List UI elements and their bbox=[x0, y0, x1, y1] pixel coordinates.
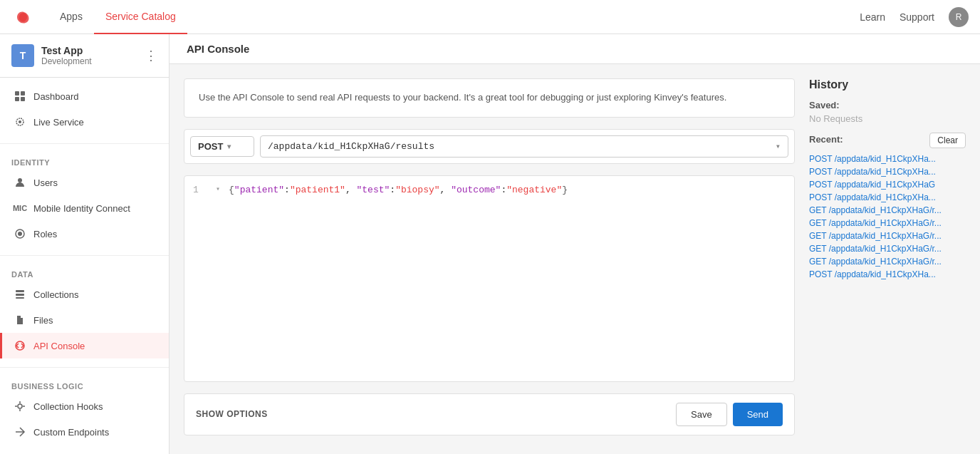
svg-point-13 bbox=[18, 404, 22, 408]
sidebar: T Test App Development ⋮ bbox=[0, 34, 170, 454]
history-recent-item[interactable]: POST /appdata/kid_H1CkpXHa... bbox=[809, 153, 966, 165]
app-env: Development bbox=[41, 56, 137, 66]
bottom-bar: SHOW OPTIONS Save Send bbox=[184, 393, 795, 435]
svg-rect-9 bbox=[16, 290, 24, 292]
sidebar-item-api-console[interactable]: API Console bbox=[0, 333, 169, 358]
nav-support[interactable]: Support bbox=[900, 11, 934, 23]
sidebar-item-label: API Console bbox=[33, 341, 85, 351]
method-label: POST bbox=[198, 141, 223, 152]
history-title: History bbox=[809, 78, 966, 91]
app-logo[interactable] bbox=[11, 6, 34, 29]
sidebar-main-section: Dashboard Live Service bbox=[0, 78, 169, 140]
sidebar-item-users[interactable]: Users bbox=[0, 170, 169, 195]
recent-items-list: POST /appdata/kid_H1CkpXHa...POST /appda… bbox=[809, 153, 966, 281]
history-recent-item[interactable]: GET /appdata/kid_H1CkpXHaG/r... bbox=[809, 242, 966, 255]
sidebar-item-files[interactable]: Files bbox=[0, 307, 169, 333]
saved-label: Saved: bbox=[809, 100, 966, 110]
send-button[interactable]: Send bbox=[733, 403, 783, 426]
line-toggle-icon: ▾ bbox=[216, 185, 220, 195]
svg-rect-2 bbox=[15, 97, 19, 101]
nav-service-catalog[interactable]: Service Catalog bbox=[94, 0, 187, 34]
svg-rect-11 bbox=[16, 297, 24, 299]
svg-rect-3 bbox=[21, 97, 25, 101]
nav-learn[interactable]: Learn bbox=[860, 11, 885, 23]
sidebar-section-label-identity: IDENTITY bbox=[0, 153, 169, 170]
save-button[interactable]: Save bbox=[676, 403, 727, 426]
content-area: API Console Use the API Console to send … bbox=[170, 34, 980, 454]
no-requests-label: No Requests bbox=[809, 113, 966, 124]
page-header: API Console bbox=[170, 34, 980, 64]
user-avatar[interactable]: R bbox=[949, 7, 969, 27]
page-title: API Console bbox=[187, 43, 249, 55]
sidebar-item-collections[interactable]: Collections bbox=[0, 282, 169, 307]
sidebar-item-label: Collections bbox=[33, 289, 79, 300]
svg-point-6 bbox=[18, 178, 22, 182]
api-icon bbox=[14, 339, 26, 352]
history-recent-item[interactable]: GET /appdata/kid_H1CkpXHaG/r... bbox=[809, 217, 966, 229]
role-icon bbox=[14, 227, 26, 240]
api-panel: Use the API Console to send real API req… bbox=[184, 78, 795, 440]
svg-point-8 bbox=[18, 232, 22, 236]
sidebar-item-custom-endpoints[interactable]: Custom Endpoints bbox=[0, 419, 169, 445]
nav-apps[interactable]: Apps bbox=[48, 0, 94, 34]
info-box: Use the API Console to send real API req… bbox=[184, 78, 795, 118]
sidebar-item-dashboard[interactable]: Dashboard bbox=[0, 83, 169, 109]
method-select[interactable]: POST ▾ bbox=[190, 136, 254, 157]
sidebar-divider bbox=[0, 255, 169, 256]
collections-icon bbox=[14, 288, 26, 301]
history-recent-item[interactable]: GET /appdata/kid_H1CkpXHaG/r... bbox=[809, 229, 966, 242]
user-icon bbox=[14, 176, 26, 189]
sidebar-item-label: Users bbox=[33, 177, 58, 188]
svg-rect-10 bbox=[16, 294, 24, 296]
action-buttons: Save Send bbox=[676, 403, 783, 426]
sidebar-item-live-service[interactable]: Live Service bbox=[0, 109, 169, 135]
history-recent-item[interactable]: POST /appdata/kid_H1CkpXHa... bbox=[809, 191, 966, 204]
history-recent-item[interactable]: GET /appdata/kid_H1CkpXHaG/r... bbox=[809, 255, 966, 268]
method-chevron-icon: ▾ bbox=[227, 143, 231, 150]
history-recent-item[interactable]: GET /appdata/kid_H1CkpXHaG/r... bbox=[809, 204, 966, 217]
saved-section: Saved: No Requests bbox=[809, 100, 966, 124]
line-number: 1 bbox=[193, 185, 207, 195]
clear-button[interactable]: Clear bbox=[929, 133, 966, 148]
app-name: Test App bbox=[41, 45, 137, 56]
sidebar-item-mic[interactable]: MIC Mobile Identity Connect bbox=[0, 195, 169, 221]
main-layout: T Test App Development ⋮ bbox=[0, 34, 980, 454]
sidebar-section-label-data: DATA bbox=[0, 264, 169, 282]
sidebar-item-label: Dashboard bbox=[33, 91, 79, 102]
files-icon bbox=[14, 314, 26, 326]
sidebar-item-collection-hooks[interactable]: Collection Hooks bbox=[0, 393, 169, 419]
nav-links: Apps Service Catalog bbox=[48, 0, 860, 34]
mic-icon: MIC bbox=[14, 202, 26, 215]
app-info: Test App Development bbox=[41, 45, 137, 66]
sidebar-scroll: Dashboard Live Service IDENTITY bbox=[0, 78, 169, 454]
svg-rect-0 bbox=[15, 91, 19, 96]
history-panel: History Saved: No Requests Recent: Clear… bbox=[809, 78, 966, 440]
app-menu-icon[interactable]: ⋮ bbox=[145, 48, 157, 63]
show-options-button[interactable]: SHOW OPTIONS bbox=[196, 409, 268, 419]
radio-icon bbox=[14, 115, 26, 128]
sidebar-divider bbox=[0, 143, 169, 144]
url-chevron-icon: ▾ bbox=[776, 141, 781, 152]
svg-point-4 bbox=[19, 120, 21, 123]
url-text: /appdata/kid_H1CkpXHaG/results bbox=[268, 141, 434, 152]
recent-section: Recent: Clear POST /appdata/kid_H1CkpXHa… bbox=[809, 133, 966, 281]
top-nav: Apps Service Catalog Learn Support R bbox=[0, 0, 980, 34]
history-recent-item[interactable]: POST /appdata/kid_H1CkpXHa... bbox=[809, 268, 966, 281]
page-content: Use the API Console to send real API req… bbox=[170, 64, 980, 454]
history-recent-item[interactable]: POST /appdata/kid_H1CkpXHaG bbox=[809, 178, 966, 191]
sidebar-data-section: DATA Collections bbox=[0, 259, 169, 364]
history-recent-item[interactable]: POST /appdata/kid_H1CkpXHa... bbox=[809, 165, 966, 178]
sidebar-identity-section: IDENTITY Users MIC Mobile Identity Conne… bbox=[0, 147, 169, 252]
app-avatar: T bbox=[11, 44, 34, 67]
app-header: T Test App Development ⋮ bbox=[0, 34, 169, 78]
code-editor[interactable]: 1 ▾ {"patient":"patient1", "test":"biops… bbox=[184, 175, 795, 382]
sidebar-section-label-business-logic: BUSINESS LOGIC bbox=[0, 376, 169, 393]
url-input[interactable]: /appdata/kid_H1CkpXHaG/results ▾ bbox=[260, 135, 788, 158]
sidebar-item-roles[interactable]: Roles bbox=[0, 221, 169, 247]
code-content: {"patient":"patient1", "test":"biopsy", … bbox=[229, 185, 568, 195]
sidebar-item-label: Custom Endpoints bbox=[33, 427, 109, 438]
sidebar-item-label: Collection Hooks bbox=[33, 401, 103, 412]
top-nav-right: Learn Support R bbox=[860, 7, 969, 27]
sidebar-item-label: Files bbox=[33, 315, 53, 326]
recent-label: Recent: bbox=[809, 134, 843, 145]
